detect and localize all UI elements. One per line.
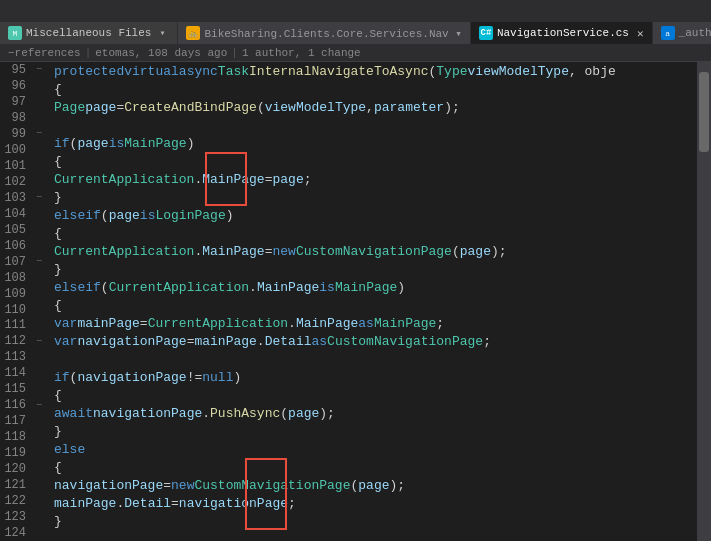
collapse-button xyxy=(32,223,46,237)
code-token: null xyxy=(202,370,233,385)
code-token: ); xyxy=(444,100,460,115)
collapse-button[interactable]: − xyxy=(32,334,46,348)
line-number: 103 xyxy=(0,191,32,205)
collapse-button xyxy=(32,143,46,157)
code-token: { xyxy=(54,460,62,475)
line-number: 118 xyxy=(0,430,32,444)
tab-auth[interactable]: a _authenticationService ▾ xyxy=(653,22,711,44)
collapse-button xyxy=(32,526,46,540)
code-token: page xyxy=(288,406,319,421)
line-number: 123 xyxy=(0,510,32,524)
collapse-button xyxy=(32,430,46,444)
gutter-row: 107− xyxy=(0,254,50,270)
collapse-button xyxy=(32,95,46,109)
code-line: CurrentApplication.MainPage = new Custom… xyxy=(50,242,697,260)
collapse-button xyxy=(32,382,46,396)
code-token: ; xyxy=(304,172,312,187)
title-bar xyxy=(0,0,711,22)
code-token: viewModelType xyxy=(468,64,569,79)
code-token: page xyxy=(77,136,108,151)
code-token: { xyxy=(54,388,62,403)
code-token: CustomNavigationPage xyxy=(327,334,483,349)
code-token: if xyxy=(85,280,101,295)
collapse-button[interactable]: − xyxy=(32,63,46,77)
changes-text: 1 author, 1 change xyxy=(242,47,361,59)
tab-misc-label: Miscellaneous Files xyxy=(26,27,151,39)
code-token: = xyxy=(116,100,124,115)
line-number: 97 xyxy=(0,95,32,109)
tab-bike[interactable]: 🚲 BikeSharing.Clients.Core.Services.Nav … xyxy=(178,22,470,44)
code-token: , obje xyxy=(569,64,616,79)
misc-icon: M xyxy=(8,26,22,40)
code-token: await xyxy=(54,406,93,421)
line-number: 112 xyxy=(0,334,32,348)
code-token: as xyxy=(358,316,374,331)
line-number: 120 xyxy=(0,462,32,476)
collapse-button[interactable]: − xyxy=(32,127,46,141)
code-token: ); xyxy=(390,478,406,493)
code-token: ( xyxy=(101,280,109,295)
code-line: { xyxy=(50,152,697,170)
collapse-button xyxy=(32,350,46,364)
tab-nav[interactable]: C# NavigationService.cs ✕ xyxy=(471,22,653,44)
tab-misc-dropdown[interactable]: ▾ xyxy=(155,27,169,39)
collapse-button[interactable]: − xyxy=(32,191,46,205)
gutter-row: 119 xyxy=(0,445,50,461)
code-token: mainPage xyxy=(54,496,116,511)
collapse-button xyxy=(32,510,46,524)
references-text: −references xyxy=(8,47,81,59)
line-number: 105 xyxy=(0,223,32,237)
code-token: var xyxy=(54,316,77,331)
line-number: 96 xyxy=(0,79,32,93)
code-line: } xyxy=(50,260,697,278)
code-token: ) xyxy=(397,280,405,295)
gutter-row: 108 xyxy=(0,270,50,286)
code-line: navigationPage = new CustomNavigationPag… xyxy=(50,476,697,494)
gutter-row: 113 xyxy=(0,349,50,365)
code-token: MainPage xyxy=(374,316,436,331)
code-token: ( xyxy=(70,136,78,151)
code-token: . xyxy=(288,316,296,331)
gutter-row: 100 xyxy=(0,142,50,158)
scrollbar-track[interactable] xyxy=(697,62,711,541)
code-content[interactable]: protected virtual async Task InternalNav… xyxy=(50,62,697,541)
code-token: . xyxy=(194,244,202,259)
code-token: page xyxy=(460,244,491,259)
collapse-button xyxy=(32,462,46,476)
tab-nav-close[interactable]: ✕ xyxy=(637,27,644,40)
tab-misc[interactable]: M Miscellaneous Files ▾ xyxy=(0,22,178,44)
code-token: ( xyxy=(101,208,109,223)
scrollbar-thumb[interactable] xyxy=(699,72,709,152)
gutter-row: 106 xyxy=(0,238,50,254)
code-token: CurrentApplication xyxy=(109,280,249,295)
line-number: 124 xyxy=(0,526,32,540)
code-token: } xyxy=(54,190,62,205)
code-line: mainPage.Detail = navigationPage; xyxy=(50,494,697,512)
collapse-button xyxy=(32,446,46,460)
code-token: = xyxy=(140,316,148,331)
code-token: = xyxy=(265,244,273,259)
code-token: else xyxy=(54,208,85,223)
code-token: InternalNavigateToAsync xyxy=(249,64,428,79)
code-token: page xyxy=(272,172,303,187)
code-token: CurrentApplication xyxy=(54,172,194,187)
collapse-button xyxy=(32,494,46,508)
code-line: else xyxy=(50,440,697,458)
code-token: parameter xyxy=(374,100,444,115)
code-line: if (page is MainPage) xyxy=(50,134,697,152)
code-line: CurrentApplication.MainPage = page; xyxy=(50,170,697,188)
gutter-row: 97 xyxy=(0,94,50,110)
code-token: MainPage xyxy=(202,244,264,259)
code-token: = xyxy=(171,496,179,511)
line-number: 99 xyxy=(0,127,32,141)
line-number: 122 xyxy=(0,494,32,508)
code-line: else if (CurrentApplication.MainPage is … xyxy=(50,278,697,296)
code-token: new xyxy=(272,244,295,259)
collapse-button[interactable]: − xyxy=(32,398,46,412)
collapse-button[interactable]: − xyxy=(32,255,46,269)
code-token: } xyxy=(54,262,62,277)
tab-bike-label: BikeSharing.Clients.Core.Services.Nav ▾ xyxy=(204,27,461,40)
code-token: ( xyxy=(452,244,460,259)
collapse-button xyxy=(32,79,46,93)
code-token: . xyxy=(257,334,265,349)
